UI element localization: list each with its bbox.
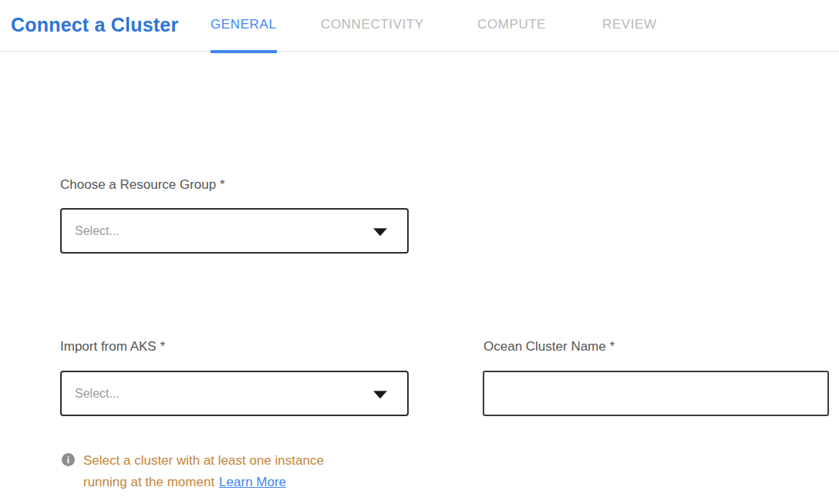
chevron-down-icon bbox=[373, 391, 387, 398]
resource-group-select[interactable]: Select... bbox=[60, 208, 409, 254]
connect-cluster-page: Connect a Cluster GENERAL CONNECTIVITY C… bbox=[0, 0, 839, 504]
tab-general[interactable]: GENERAL bbox=[211, 17, 276, 32]
import-aks-select-placeholder: Select... bbox=[75, 387, 120, 401]
ocean-cluster-name-label: Ocean Cluster Name * bbox=[484, 339, 615, 354]
chevron-down-icon bbox=[373, 228, 387, 236]
info-icon: i bbox=[62, 453, 75, 466]
active-tab-underline bbox=[211, 50, 277, 53]
learn-more-link[interactable]: Learn More bbox=[219, 475, 286, 489]
resource-group-label: Choose a Resource Group * bbox=[60, 177, 225, 193]
import-aks-select[interactable]: Select... bbox=[60, 371, 409, 416]
import-aks-label: Import from AKS * bbox=[60, 339, 165, 354]
tab-compute[interactable]: COMPUTE bbox=[477, 17, 546, 32]
tab-connectivity[interactable]: CONNECTIVITY bbox=[321, 17, 424, 32]
info-note: Select a cluster with at least one insta… bbox=[83, 450, 384, 493]
tab-review[interactable]: REVIEW bbox=[602, 17, 657, 32]
resource-group-select-placeholder: Select... bbox=[75, 224, 120, 238]
wizard-header: Connect a Cluster GENERAL CONNECTIVITY C… bbox=[0, 0, 839, 52]
note-text-line2: running at the moment bbox=[83, 475, 214, 489]
page-title: Connect a Cluster bbox=[11, 14, 178, 36]
ocean-cluster-name-input[interactable] bbox=[483, 371, 829, 416]
note-text-line1: Select a cluster with at least one insta… bbox=[83, 453, 324, 468]
